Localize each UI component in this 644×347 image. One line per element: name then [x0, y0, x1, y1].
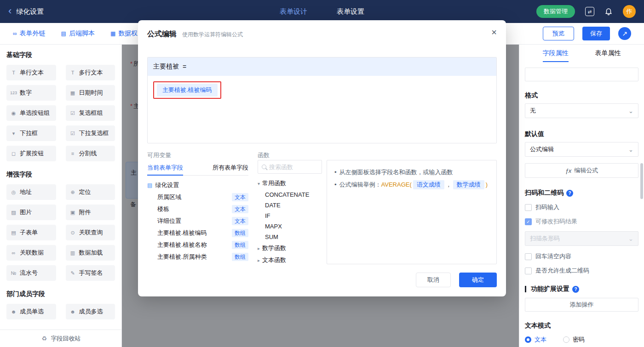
field-icon: ≡: [69, 151, 76, 156]
variable-type-badge: 数组: [232, 253, 248, 261]
field-button[interactable]: ▤子表单: [6, 225, 56, 240]
field-button[interactable]: ☑下拉复选框: [66, 125, 115, 141]
field-recycle-bin[interactable]: ♻ 字段回收站: [0, 330, 121, 347]
extension-section-title: 功能扩展设置 ?: [525, 285, 638, 293]
form-external-link[interactable]: ∞ 表单外链: [13, 29, 46, 38]
variable-name: 所属区域: [157, 193, 181, 201]
function-item[interactable]: MAPX: [258, 221, 322, 232]
topbar: ‹ 绿化设置 表单设计 表单设置 数据管理 ⇄ 作: [0, 0, 644, 23]
tab-form-settings[interactable]: 表单设置: [337, 7, 364, 16]
data-manage-button[interactable]: 数据管理: [536, 5, 575, 18]
variable-item[interactable]: 所属区域文本: [147, 191, 248, 203]
field-button[interactable]: ▾下拉框: [6, 125, 56, 141]
field-button[interactable]: ▨图片: [6, 205, 56, 220]
tab-form-properties[interactable]: 表单属性: [595, 45, 621, 62]
tab-current-form-fields[interactable]: 当前表单字段: [147, 160, 183, 175]
radio-text[interactable]: 文本: [525, 336, 546, 344]
variable-name: 主要植被.植被名称: [157, 241, 207, 249]
field-button[interactable]: ∞关联数据: [6, 245, 56, 261]
bell-icon[interactable]: [604, 7, 613, 16]
field-label: 日期时间: [79, 89, 103, 97]
field-button[interactable]: ≡分割线: [66, 146, 115, 161]
highlight-annotation: 主要植被.植被编码: [153, 81, 221, 99]
function-group-math[interactable]: ▸ 数学函数: [258, 242, 322, 254]
field-button[interactable]: ☻成员单选: [6, 304, 56, 319]
field-button[interactable]: ☻成员多选: [66, 304, 115, 319]
tab-all-form-fields[interactable]: 所有表单字段: [213, 160, 248, 175]
field-label: 下拉框: [20, 129, 38, 137]
form-root-node[interactable]: ▤ 绿化设置: [147, 179, 248, 191]
field-label: 多行文本: [79, 68, 103, 77]
tab-field-properties[interactable]: 字段属性: [543, 45, 569, 62]
modify-scan-result-checkbox[interactable]: ✓ 可修改扫码结果: [525, 217, 638, 226]
field-icon: ☻: [69, 309, 76, 314]
placeholder-input[interactable]: [525, 68, 638, 81]
save-button[interactable]: 保存: [582, 27, 610, 40]
field-button[interactable]: T单行文本: [6, 65, 56, 80]
preview-button[interactable]: 预览: [543, 27, 574, 40]
add-action-button[interactable]: 添加操作: [525, 298, 638, 312]
app-root: ‹ 绿化设置 表单设计 表单设置 数据管理 ⇄ 作 ∞ 表单外链 ▤ 后端脚本: [0, 0, 644, 347]
checkbox-icon: [525, 267, 532, 274]
avatar[interactable]: 作: [623, 5, 636, 18]
function-item[interactable]: CONCATENATE: [258, 189, 322, 200]
help-icon[interactable]: ?: [572, 286, 579, 293]
formula-body[interactable]: 主要植被.植被编码: [148, 76, 496, 104]
section-basic-fields: 基础字段: [6, 51, 115, 59]
confirm-button[interactable]: 确定: [459, 273, 497, 287]
member-fields-grid: ☻成员单选 ☻成员多选: [6, 304, 115, 319]
chevron-down-icon: ⌄: [628, 108, 633, 114]
field-button[interactable]: ◎地址: [6, 184, 56, 200]
field-label: 成员单选: [20, 307, 44, 316]
function-group-common[interactable]: ▾ 常用函数: [258, 177, 322, 189]
variable-type-badge: 文本: [232, 217, 248, 225]
variable-item[interactable]: 主要植被.植被编码数组: [147, 227, 248, 239]
function-item[interactable]: DATE: [258, 200, 322, 210]
field-label: 流水号: [20, 269, 38, 277]
field-button[interactable]: ▦日期时间: [66, 85, 115, 101]
formula-editor[interactable]: 主要植被 = 主要植被.植被编码: [147, 57, 497, 143]
field-button[interactable]: ☑复选框组: [66, 105, 115, 121]
variable-item[interactable]: 楼栋文本: [147, 203, 248, 215]
cancel-button[interactable]: 取消: [416, 273, 451, 287]
field-button[interactable]: T多行文本: [66, 65, 115, 80]
backend-script-link[interactable]: ▤ 后端脚本: [61, 29, 95, 38]
variable-item[interactable]: 主要植被.植被名称数组: [147, 239, 248, 251]
function-item[interactable]: SUM: [258, 232, 322, 242]
field-button[interactable]: 123数字: [6, 85, 56, 101]
function-group-text[interactable]: ▸ 文本函数: [258, 254, 322, 266]
field-button[interactable]: ◉单选按钮组: [6, 105, 56, 121]
help-icon[interactable]: ?: [566, 190, 573, 197]
variable-item[interactable]: 详细位置文本: [147, 215, 248, 227]
close-icon[interactable]: ×: [491, 28, 497, 37]
edit-formula-button[interactable]: ƒx 编辑公式: [525, 163, 638, 178]
allow-qr-checkbox[interactable]: 是否允许生成二维码: [525, 267, 638, 275]
function-item[interactable]: IF: [258, 210, 322, 221]
field-button[interactable]: ▣附件: [66, 205, 115, 220]
share-icon[interactable]: ↗: [618, 27, 631, 40]
back-icon[interactable]: ‹: [8, 6, 12, 16]
scrollbar[interactable]: [640, 163, 643, 199]
modal-subtitle: 使用数学运算符编辑公式: [182, 31, 243, 39]
field-button[interactable]: ⊕定位: [66, 184, 115, 200]
tab-form-design[interactable]: 表单设计: [280, 7, 307, 16]
format-select[interactable]: 无 ⌄: [525, 103, 638, 118]
variable-name: 楼栋: [157, 205, 169, 213]
variable-item[interactable]: 主要植被.所属种类数组: [147, 251, 248, 263]
field-button[interactable]: ✎手写签名: [66, 265, 115, 281]
field-button[interactable]: ◻扩展按钮: [6, 146, 56, 161]
variable-name: 主要植被.所属种类: [157, 253, 207, 261]
enter-clear-checkbox[interactable]: 回车清空内容: [525, 252, 638, 261]
formula-token[interactable]: 主要植被.植被编码: [157, 84, 218, 97]
checkbox-icon: [525, 204, 532, 211]
scan-input-checkbox[interactable]: 扫码输入: [525, 203, 638, 211]
radio-password[interactable]: 密码: [563, 336, 585, 344]
field-button[interactable]: №流水号: [6, 265, 56, 281]
field-button[interactable]: ▥数据加载: [66, 245, 115, 261]
default-value-select[interactable]: 公式编辑 ⌄: [525, 142, 638, 157]
field-button[interactable]: ⊙关联查询: [66, 225, 115, 240]
function-search-box[interactable]: [258, 160, 322, 174]
hint-line-2: •公式编辑举例：AVERAGE(语文成绩，数学成绩): [334, 178, 489, 191]
function-search-input[interactable]: [269, 164, 310, 171]
workflow-icon[interactable]: ⇄: [585, 7, 594, 16]
